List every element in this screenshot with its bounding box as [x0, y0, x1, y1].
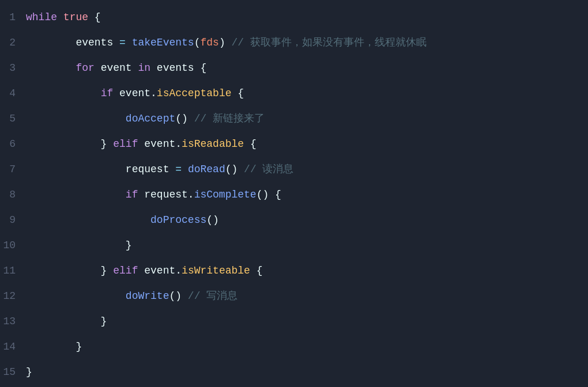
line-number: 8 — [0, 182, 26, 207]
code-token: () — [169, 290, 187, 302]
line-content: } elif event.isWriteable { — [26, 258, 588, 283]
code-token: } — [26, 240, 132, 251]
code-line: 2 events = takeEvents(fds) // 获取事件，如果没有事… — [0, 30, 588, 55]
code-editor: 1while true {2 events = takeEvents(fds) … — [0, 0, 588, 387]
code-token — [26, 88, 101, 99]
line-content: doProcess() — [26, 207, 588, 233]
code-line: 15} — [0, 359, 588, 385]
line-number: 5 — [0, 106, 26, 131]
code-token: () — [225, 164, 244, 175]
code-token: = — [119, 37, 126, 48]
line-number: 7 — [0, 157, 26, 182]
line-number: 13 — [0, 309, 26, 334]
line-content: } — [26, 359, 588, 385]
code-token — [26, 214, 150, 226]
line-content: if request.isComplete() { — [26, 182, 588, 207]
code-token — [26, 113, 126, 124]
code-token: doWrite — [126, 290, 169, 302]
code-token: () — [206, 214, 219, 226]
code-token: } — [26, 265, 113, 276]
code-line: 12 doWrite() // 写消息 — [0, 283, 588, 309]
code-token: () { — [257, 189, 281, 200]
line-content: request = doRead() // 读消息 — [26, 157, 588, 182]
code-token: isWriteable — [182, 265, 250, 276]
code-token: } — [26, 341, 82, 352]
code-token: } — [26, 366, 32, 378]
line-number: 10 — [0, 233, 26, 258]
code-token: doRead — [188, 164, 225, 175]
line-number: 3 — [0, 55, 26, 81]
code-token: event. — [138, 265, 182, 276]
code-token: { — [231, 88, 244, 99]
code-token: if — [126, 189, 138, 200]
code-token: takeEvents — [132, 37, 194, 48]
code-token: in — [138, 62, 150, 74]
code-line: 5 doAccept() // 新链接来了 — [0, 106, 588, 131]
code-token — [57, 12, 63, 23]
line-number: 2 — [0, 30, 26, 55]
code-token — [182, 164, 188, 175]
line-number: 15 — [0, 359, 26, 385]
code-token: // 新链接来了 — [194, 113, 265, 124]
code-line: 8 if request.isComplete() { — [0, 182, 588, 207]
code-token: fds — [201, 37, 219, 48]
line-number: 14 — [0, 334, 26, 359]
line-content: doWrite() // 写消息 — [26, 283, 588, 309]
code-token: doProcess — [150, 214, 206, 226]
code-token: isAcceptable — [157, 88, 232, 99]
line-content: doAccept() // 新链接来了 — [26, 106, 588, 131]
code-line: 9 doProcess() — [0, 207, 588, 233]
line-number: 4 — [0, 81, 26, 106]
code-line: 13 } — [0, 309, 588, 334]
code-token: // 获取事件，如果没有事件，线程就休眠 — [232, 37, 427, 48]
code-token: = — [175, 164, 182, 175]
line-content: if event.isAcceptable { — [26, 81, 588, 106]
code-line: 6 } elif event.isReadable { — [0, 131, 588, 157]
code-token: { — [250, 265, 263, 276]
code-token: } — [26, 316, 107, 327]
code-token: true — [63, 12, 88, 23]
code-token: request. — [138, 189, 194, 200]
line-content: } — [26, 233, 588, 258]
code-token: event — [95, 62, 138, 74]
line-content: events = takeEvents(fds) // 获取事件，如果没有事件，… — [26, 30, 588, 55]
code-line: 10 } — [0, 233, 588, 258]
code-token: isReadable — [182, 138, 244, 150]
code-token: event. — [138, 138, 182, 150]
line-content: } elif event.isReadable { — [26, 131, 588, 157]
line-number: 12 — [0, 283, 26, 309]
code-token: events { — [150, 62, 206, 74]
code-token — [26, 189, 126, 200]
code-line: 3 for event in events { — [0, 55, 588, 81]
code-token: isComplete — [194, 189, 257, 200]
code-token — [126, 37, 132, 48]
code-token: elif — [113, 265, 138, 276]
code-token: doAccept — [126, 113, 175, 124]
code-token: request — [26, 164, 175, 175]
line-content: } — [26, 309, 588, 334]
code-token — [26, 62, 76, 74]
code-token: ( — [194, 37, 201, 48]
code-token — [26, 290, 126, 302]
line-content: while true { — [26, 5, 588, 30]
code-line: 1while true { — [0, 5, 588, 30]
code-token: for — [76, 62, 94, 74]
code-token: { — [88, 12, 101, 23]
code-token: events — [26, 37, 119, 48]
line-content: for event in events { — [26, 55, 588, 81]
code-token: ) — [219, 37, 232, 48]
code-token: if — [101, 88, 114, 99]
code-token: event. — [113, 88, 157, 99]
code-token: } — [26, 138, 113, 150]
code-token: // 读消息 — [244, 164, 293, 175]
code-token: while — [26, 12, 57, 23]
code-line: 14 } — [0, 334, 588, 359]
code-token: { — [244, 138, 257, 150]
line-number: 1 — [0, 5, 26, 30]
code-token: // 写消息 — [188, 290, 238, 302]
code-line: 7 request = doRead() // 读消息 — [0, 157, 588, 182]
line-number: 9 — [0, 207, 26, 233]
code-token: () — [175, 113, 194, 124]
code-line: 11 } elif event.isWriteable { — [0, 258, 588, 283]
line-number: 6 — [0, 131, 26, 157]
